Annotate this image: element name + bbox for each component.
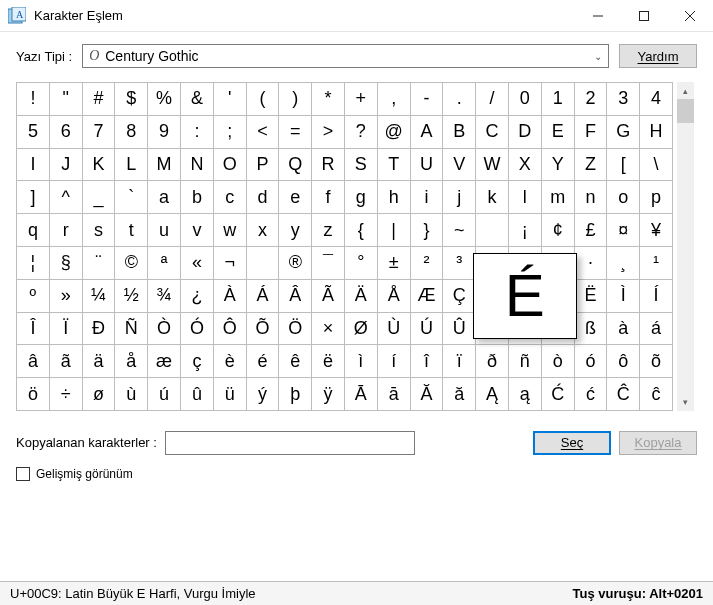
grid-cell[interactable]: ª [148,246,181,279]
grid-cell[interactable]: Ø [344,312,377,345]
grid-cell[interactable]: ) [279,83,312,116]
grid-cell[interactable]: 5 [17,115,50,148]
grid-cell[interactable]: I [17,148,50,181]
grid-cell[interactable]: è [213,345,246,378]
grid-cell[interactable]: f [312,181,345,214]
grid-cell[interactable]: º [17,279,50,312]
grid-cell[interactable]: ü [213,378,246,411]
grid-cell[interactable]: Ç [443,279,476,312]
grid-cell[interactable]: } [410,214,443,247]
grid-cell[interactable]: Î [17,312,50,345]
scrollbar[interactable]: ▴ ▾ [677,82,694,411]
grid-cell[interactable]: Ï [49,312,82,345]
grid-cell[interactable]: ö [17,378,50,411]
grid-cell[interactable]: ^ [49,181,82,214]
grid-cell[interactable]: î [410,345,443,378]
grid-cell[interactable]: G [607,115,640,148]
grid-cell[interactable]: Ô [213,312,246,345]
grid-cell[interactable]: ó [574,345,607,378]
grid-cell[interactable]: O [213,148,246,181]
grid-cell[interactable]: ç [180,345,213,378]
grid-cell[interactable]: Ć [541,378,574,411]
grid-cell[interactable]: Ù [377,312,410,345]
grid-cell[interactable]: Y [541,148,574,181]
grid-cell[interactable]: m [541,181,574,214]
grid-cell[interactable]: Ð [82,312,115,345]
grid-cell[interactable]: ą [508,378,541,411]
grid-cell[interactable]: ý [246,378,279,411]
grid-cell[interactable]: õ [640,345,673,378]
grid-cell[interactable]: ù [115,378,148,411]
grid-cell[interactable]: ; [213,115,246,148]
grid-cell[interactable]: Á [246,279,279,312]
grid-cell[interactable]: Õ [246,312,279,345]
grid-cell[interactable]: â [17,345,50,378]
grid-cell[interactable]: J [49,148,82,181]
grid-cell[interactable]: X [508,148,541,181]
grid-cell[interactable]: W [476,148,509,181]
grid-cell[interactable]: Ö [279,312,312,345]
grid-cell[interactable]: K [82,148,115,181]
grid-cell[interactable]: Æ [410,279,443,312]
grid-cell[interactable]: = [279,115,312,148]
grid-cell[interactable]: ¬ [213,246,246,279]
grid-cell[interactable]: r [49,214,82,247]
grid-cell[interactable]: ¦ [17,246,50,279]
grid-cell[interactable]: a [148,181,181,214]
grid-cell[interactable]: Ā [344,378,377,411]
grid-cell[interactable]: Í [640,279,673,312]
grid-cell[interactable]: V [443,148,476,181]
grid-cell[interactable]: c [213,181,246,214]
grid-cell[interactable]: : [180,115,213,148]
grid-cell[interactable]: $ [115,83,148,116]
grid-cell[interactable]: ï [443,345,476,378]
grid-cell[interactable]: 9 [148,115,181,148]
grid-cell[interactable]: Â [279,279,312,312]
grid-cell[interactable]: & [180,83,213,116]
grid-cell[interactable]: · [574,246,607,279]
grid-cell[interactable]: ² [410,246,443,279]
advanced-checkbox[interactable] [16,467,30,481]
grid-cell[interactable]: £ [574,214,607,247]
grid-cell[interactable]: ĉ [640,378,673,411]
grid-cell[interactable]: ñ [508,345,541,378]
grid-cell[interactable]: ā [377,378,410,411]
grid-cell[interactable]: L [115,148,148,181]
grid-cell[interactable]: D [508,115,541,148]
grid-cell[interactable]: ¤ [607,214,640,247]
copy-button[interactable]: Kopyala [619,431,697,455]
grid-cell[interactable]: ½ [115,279,148,312]
grid-cell[interactable]: ì [344,345,377,378]
grid-cell[interactable]: n [574,181,607,214]
grid-cell[interactable]: > [312,115,345,148]
grid-cell[interactable]: k [476,181,509,214]
grid-cell[interactable]: U [410,148,443,181]
grid-cell[interactable]: g [344,181,377,214]
grid-cell[interactable]: A [410,115,443,148]
grid-cell[interactable]: þ [279,378,312,411]
grid-cell[interactable]: | [377,214,410,247]
grid-cell[interactable]: S [344,148,377,181]
grid-cell[interactable]: § [49,246,82,279]
grid-cell[interactable]: ° [344,246,377,279]
grid-cell[interactable]: - [410,83,443,116]
grid-cell[interactable]: à [607,312,640,345]
grid-cell[interactable]: © [115,246,148,279]
grid-cell[interactable]: 6 [49,115,82,148]
grid-cell[interactable]: x [246,214,279,247]
grid-cell[interactable]: é [246,345,279,378]
grid-cell[interactable]: 1 [541,83,574,116]
grid-cell[interactable]: ' [213,83,246,116]
grid-cell[interactable]: Q [279,148,312,181]
grid-cell[interactable]: Z [574,148,607,181]
grid-cell[interactable]: 0 [508,83,541,116]
grid-cell[interactable]: » [49,279,82,312]
grid-cell[interactable]: ( [246,83,279,116]
grid-cell[interactable]: « [180,246,213,279]
select-button[interactable]: Seç [533,431,611,455]
grid-cell[interactable]: [ [607,148,640,181]
grid-cell[interactable]: ð [476,345,509,378]
grid-cell[interactable]: ! [17,83,50,116]
grid-cell[interactable]: d [246,181,279,214]
grid-cell[interactable]: R [312,148,345,181]
